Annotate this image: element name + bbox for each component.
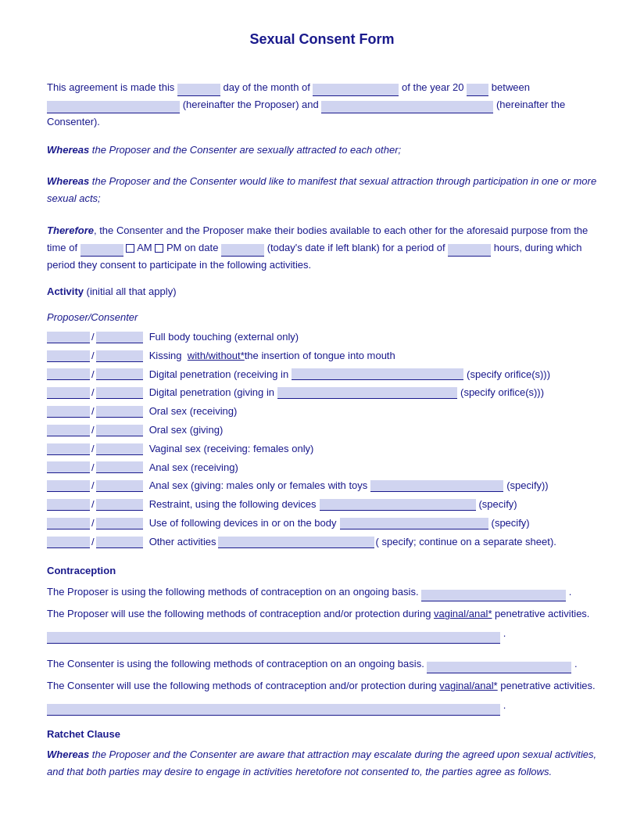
activity-header-sub: (initial all that apply) [87, 285, 177, 297]
proposer-during-field[interactable] [47, 632, 500, 644]
activity-5-consenter[interactable] [96, 406, 143, 418]
activity-4-proposer[interactable] [47, 387, 90, 399]
activity-11-proposer[interactable] [47, 518, 90, 529]
consenter-contraception-section: The Consenter is using the following met… [47, 655, 597, 716]
slash-6: / [91, 422, 95, 439]
slash-7: / [91, 441, 95, 458]
slash-5: / [91, 404, 95, 420]
month-field[interactable] [313, 84, 399, 96]
consenter-during-field[interactable] [47, 704, 500, 716]
whereas1: Whereas the Proposer and the Consenter a… [47, 142, 597, 159]
day-field[interactable] [177, 84, 220, 96]
activity-1-consenter[interactable] [96, 332, 143, 343]
activity-row-3: / Digital penetration (receiving in (spe… [47, 367, 597, 383]
hours-field[interactable] [448, 244, 491, 257]
activity-6-consenter[interactable] [96, 425, 143, 436]
slash-9: / [91, 478, 95, 494]
activity-3-field[interactable] [292, 368, 463, 380]
activity-11-consenter[interactable] [96, 518, 143, 529]
year-field[interactable] [467, 84, 488, 96]
activity-10-consenter[interactable] [96, 499, 143, 511]
intro-text-4: between [492, 81, 530, 93]
pm-checkbox[interactable] [155, 244, 163, 253]
activity-9-consenter[interactable] [96, 480, 143, 492]
activity-2-text: Kissing with/without* the insertion of t… [149, 348, 597, 364]
ratchet-text: the Proposer and the Consenter are aware… [47, 748, 596, 777]
activity-2-proposer[interactable] [47, 350, 90, 362]
slash-8: / [91, 460, 95, 476]
activity-row-8: / Anal sex (receiving) [47, 460, 597, 476]
activity-7-proposer[interactable] [47, 443, 90, 455]
activity-12-field[interactable] [218, 537, 374, 548]
activity-9-proposer[interactable] [47, 480, 90, 492]
intro-text-2: day of the month of [224, 81, 313, 93]
ratchet-header: Ratchet Clause [47, 728, 120, 740]
activity-header-section: Activity (initial all that apply) [47, 283, 597, 300]
consenter-ongoing-line: The Consenter is using the following met… [47, 655, 597, 674]
activity-row-12: / Other activities ( specify; continue o… [47, 534, 597, 551]
activity-row-5: / Oral sex (receiving) [47, 404, 597, 420]
activity-1-proposer[interactable] [47, 332, 90, 343]
contraception-header: Contraception [47, 565, 116, 576]
consenter-during-text1: The Consenter will use the following met… [47, 680, 596, 691]
proposer-ongoing-field[interactable] [421, 590, 566, 601]
proposer-name-field[interactable] [47, 101, 180, 113]
activity-2-consenter[interactable] [96, 350, 143, 362]
contraception-section: The Proposer is using the following meth… [47, 583, 597, 644]
activity-4-text: Digital penetration (giving in (specify … [149, 385, 597, 401]
slash-12: / [91, 534, 95, 551]
vaginal-anal-underline-2: vaginal/anal* [439, 680, 497, 691]
activity-8-proposer[interactable] [47, 461, 90, 473]
activity-row-1: / Full body touching (external only) [47, 329, 597, 346]
am-label: AM [137, 242, 155, 253]
consenter-ongoing-text: The Consenter is using the following met… [47, 658, 427, 669]
activity-6-text: Oral sex (giving) [149, 422, 597, 439]
pm-label: PM on date [166, 242, 221, 253]
activity-10-proposer[interactable] [47, 499, 90, 511]
activity-7-text: Vaginal sex (receiving: females only) [149, 441, 597, 458]
proposer-during-text1: The Proposer will use the following meth… [47, 608, 589, 619]
activity-row-6: / Oral sex (giving) [47, 422, 597, 439]
activity-9-text: Anal sex (giving: males only or females … [149, 478, 597, 494]
activity-3-text: Digital penetration (receiving in (speci… [149, 367, 597, 383]
whereas2: Whereas the Proposer and the Consenter w… [47, 173, 597, 207]
activity-3-consenter[interactable] [96, 368, 143, 380]
activity-6-proposer[interactable] [47, 425, 90, 436]
date-field[interactable] [221, 244, 264, 257]
intro-section: This agreement is made this day of the m… [47, 79, 597, 131]
activity-11-field[interactable] [340, 518, 488, 529]
activity-4-field[interactable] [277, 387, 457, 399]
activity-5-text: Oral sex (receiving) [149, 404, 597, 420]
ratchet-section: Whereas the Proposer and the Consenter a… [47, 746, 597, 781]
slash-11: / [91, 515, 95, 532]
activity-10-field[interactable] [320, 499, 476, 511]
activity-row-11: / Use of following devices in or on the … [47, 515, 597, 532]
activity-8-consenter[interactable] [96, 461, 143, 473]
activity-8-text: Anal sex (receiving) [149, 460, 597, 476]
therefore-text2: (today's date if left blank) for a perio… [267, 242, 449, 253]
slash-3: / [91, 367, 95, 383]
vaginal-anal-underline-1: vaginal/anal* [434, 608, 492, 619]
whereas1-text: the Proposer and the Consenter are sexua… [89, 144, 401, 156]
intro-line2: (hereinafter the Proposer) and (hereinaf… [47, 96, 597, 131]
activity-9-field[interactable] [370, 480, 503, 492]
intro-line1: This agreement is made this day of the m… [47, 79, 597, 96]
kissing-underline: with/without* [188, 348, 245, 364]
am-checkbox[interactable] [126, 244, 134, 253]
time-field[interactable] [80, 244, 123, 257]
consenter-ongoing-field[interactable] [427, 662, 571, 673]
activity-row-4: / Digital penetration (giving in (specif… [47, 385, 597, 401]
activity-row-2: / Kissing with/without* the insertion of… [47, 348, 597, 364]
slash-4: / [91, 385, 95, 401]
consenter-name-field[interactable] [321, 101, 493, 113]
activity-12-proposer[interactable] [47, 537, 90, 548]
activity-7-consenter[interactable] [96, 443, 143, 455]
activity-5-proposer[interactable] [47, 406, 90, 418]
proposer-during-line: The Proposer will use the following meth… [47, 605, 597, 643]
activity-12-consenter[interactable] [96, 537, 143, 548]
activity-3-proposer[interactable] [47, 368, 90, 380]
intro-text-3: of the year 20 [402, 81, 464, 93]
activity-row-10: / Restraint, using the following devices… [47, 497, 597, 513]
activity-4-consenter[interactable] [96, 387, 143, 399]
slash-10: / [91, 497, 95, 513]
